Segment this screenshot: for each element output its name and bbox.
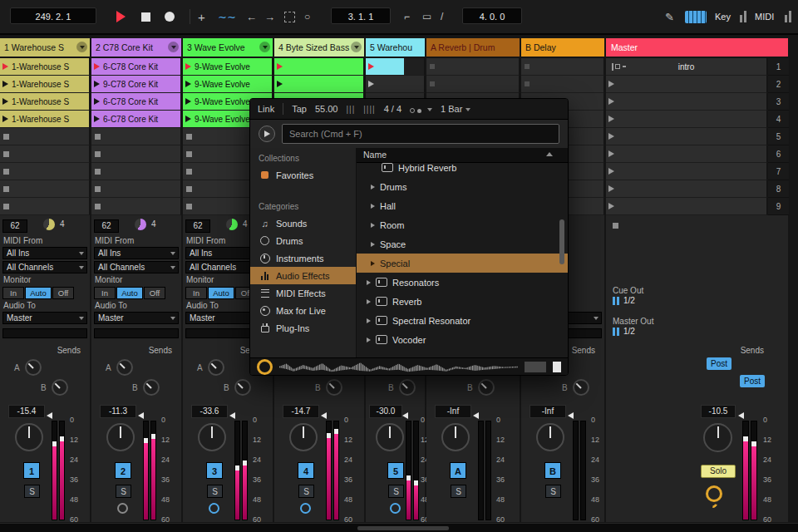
track-activator-button[interactable]: 5	[387, 462, 404, 479]
clip-stop-button[interactable]	[3, 186, 9, 192]
clip-slot[interactable]: 6-C78 Core Kit	[91, 93, 181, 111]
stop-button[interactable]	[141, 7, 150, 26]
clip-stop-button[interactable]	[186, 169, 192, 175]
tempo-display[interactable]: 249. 2. 1	[10, 7, 96, 24]
preview-play-button[interactable]	[259, 126, 275, 142]
track-activator-button[interactable]: B	[544, 462, 561, 479]
clip-launch-icon[interactable]	[368, 63, 374, 70]
master-volume-value[interactable]: -10.5	[701, 405, 736, 418]
send-b-knob[interactable]	[573, 379, 589, 396]
tempo-field[interactable]: 55.00	[315, 104, 338, 114]
sidebar-item-plug-ins[interactable]: Plug-Ins	[250, 319, 356, 337]
clip-stop-button[interactable]	[95, 204, 101, 209]
midi-map-toggle[interactable]: MIDI	[755, 7, 774, 26]
clip[interactable]	[366, 58, 404, 76]
monitor-in-button[interactable]: In	[2, 287, 24, 299]
punch-in-icon[interactable]: ⌐	[404, 7, 410, 26]
clip-stop-button[interactable]	[3, 204, 9, 209]
clip-stop-button[interactable]	[3, 169, 9, 175]
fader-caret-icon[interactable]	[568, 412, 574, 419]
expand-arrow-icon[interactable]	[367, 318, 371, 323]
fader-caret-icon[interactable]	[321, 412, 327, 419]
expand-arrow-icon[interactable]	[371, 185, 375, 190]
circle-tool-icon[interactable]: ○	[304, 7, 310, 26]
track-header-t1[interactable]: 1 Warehouse S	[0, 38, 90, 57]
clip-stop-button[interactable]	[525, 81, 530, 86]
scene-number[interactable]: 7	[768, 163, 789, 180]
link-toggle[interactable]: Link	[258, 104, 274, 114]
clip-launch-icon[interactable]	[277, 63, 283, 70]
pan-knob[interactable]	[15, 423, 43, 451]
key-map-toggle[interactable]: Key	[715, 7, 731, 26]
clip-launch-icon[interactable]	[2, 98, 8, 105]
waveform-preview[interactable]	[279, 362, 518, 372]
scene-number[interactable]: 9	[768, 198, 789, 215]
clip-launch-icon[interactable]	[94, 81, 100, 87]
loop-length-display[interactable]: 4. 0. 0	[462, 7, 522, 24]
list-item-reverb[interactable]: Reverb	[357, 292, 568, 311]
clip-slot[interactable]	[91, 145, 181, 163]
io-output-select[interactable]: Master	[94, 312, 179, 324]
clip-slot[interactable]	[274, 58, 364, 76]
clip-launch-icon[interactable]	[608, 133, 614, 140]
master-pan-knob[interactable]	[703, 423, 732, 452]
selection-box-icon[interactable]	[284, 7, 295, 26]
clip-slot[interactable]	[274, 76, 364, 93]
midi-keyboard-icon[interactable]	[685, 7, 707, 26]
beat-bars-icon[interactable]: ||||	[363, 105, 375, 114]
monitor-off-button[interactable]: Off	[52, 287, 74, 299]
expand-arrow-icon[interactable]	[371, 242, 375, 247]
send-b-knob[interactable]	[326, 379, 342, 396]
send-b-knob[interactable]	[478, 379, 495, 396]
clip-launch-icon[interactable]	[608, 150, 614, 157]
list-name-header[interactable]: Name	[357, 148, 568, 163]
fader-caret-icon[interactable]	[402, 412, 408, 419]
clip-stop-button[interactable]	[3, 151, 9, 157]
clip-stop-button[interactable]	[430, 81, 435, 86]
track-activator-button[interactable]: 4	[298, 462, 314, 479]
monitor-off-button[interactable]: Off	[144, 287, 165, 299]
clip-slot[interactable]: 9-C78 Core Kit	[91, 76, 181, 93]
expand-arrow-icon[interactable]	[367, 280, 371, 285]
fader-caret-icon[interactable]	[138, 412, 144, 419]
pan-knob[interactable]	[289, 423, 318, 451]
list-item-hybrid-reverb[interactable]: Hybrid Reverb	[357, 162, 568, 177]
clip-slot[interactable]	[366, 58, 425, 76]
metronome-dots-menu[interactable]	[410, 101, 432, 116]
volume-value[interactable]: -Inf	[435, 405, 471, 418]
volume-value[interactable]: -Inf	[530, 405, 566, 418]
scene-number[interactable]: 3	[768, 93, 789, 111]
clip-slot[interactable]	[0, 180, 90, 198]
scene-slot[interactable]	[606, 163, 767, 180]
clip-launch-icon[interactable]	[608, 116, 614, 122]
send-a-post-button[interactable]: Post	[707, 357, 732, 370]
clip-launch-icon[interactable]	[608, 203, 614, 209]
clip-slot[interactable]	[0, 145, 90, 163]
master-out-select[interactable]: 1/2	[623, 327, 635, 336]
scene-slot[interactable]	[606, 145, 767, 163]
expand-arrow-icon[interactable]	[371, 204, 375, 209]
arm-button[interactable]	[117, 503, 128, 514]
search-input[interactable]: Search (Cmd + F)	[282, 124, 559, 144]
tap-tempo-button[interactable]: Tap	[292, 104, 307, 114]
clip-slot[interactable]: 9-Wave Evolve	[183, 76, 273, 93]
quantize-menu[interactable]: 1 Bar	[441, 104, 470, 114]
clip-slot[interactable]	[521, 76, 604, 93]
time-signature-field[interactable]: 4 / 4	[384, 104, 401, 114]
sidebar-item-midi-effects[interactable]: MIDI Effects	[250, 284, 356, 302]
fader-caret-icon[interactable]	[47, 412, 52, 419]
nudge-bars-icon[interactable]: |||	[346, 105, 355, 114]
fader-caret-icon[interactable]	[473, 412, 479, 419]
draw-mode-icon[interactable]: ∼∼	[218, 7, 236, 26]
clip-launch-icon[interactable]	[185, 81, 191, 87]
clip-slot[interactable]	[0, 163, 90, 180]
fader-caret-icon[interactable]	[229, 412, 235, 419]
track-header-master[interactable]: Master	[606, 38, 788, 57]
io-output-select[interactable]: Master	[2, 312, 87, 324]
solo-button[interactable]: S	[207, 485, 223, 498]
monitor-auto-button[interactable]: Auto	[25, 287, 52, 299]
expand-arrow-icon[interactable]	[371, 223, 375, 228]
arrangement-position-display[interactable]: 3. 1. 1	[331, 7, 391, 24]
back-arrow-icon[interactable]: ←	[246, 7, 257, 26]
scene-slot[interactable]: intro	[606, 58, 767, 76]
